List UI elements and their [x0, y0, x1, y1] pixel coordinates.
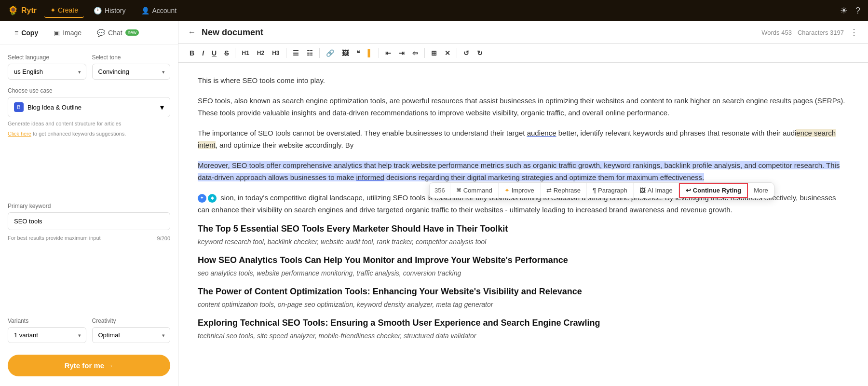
- tab-chat[interactable]: 💬 Chat new: [90, 25, 146, 41]
- language-select[interactable]: us English: [8, 64, 86, 80]
- image-icon: ▣: [54, 29, 60, 37]
- align-left-button[interactable]: ⇤: [382, 47, 394, 59]
- para3-mid: better, identify relevant keywords and p…: [556, 129, 797, 137]
- continue-icon: ↩: [686, 187, 691, 194]
- quote-button[interactable]: ❝: [353, 47, 364, 59]
- italic-1: keyword research tool, backlink checker,…: [198, 238, 849, 246]
- continue-label: Continue Ryting: [693, 187, 741, 194]
- language-label: Select language: [8, 54, 86, 61]
- table-button[interactable]: ⊞: [428, 47, 440, 59]
- para-3: The importance of SEO tools cannot be ov…: [198, 127, 849, 152]
- back-button[interactable]: ←: [188, 28, 196, 37]
- image-insert-button[interactable]: 🖼: [339, 47, 352, 59]
- italic-3: content optimization tools, on-page seo …: [198, 301, 849, 308]
- improve-icon: ✦: [504, 187, 510, 194]
- nav-history[interactable]: 🕐 History: [88, 4, 132, 17]
- chat-label: Chat: [108, 29, 122, 37]
- para-2: SEO tools, also known as search engine o…: [198, 95, 849, 119]
- use-case-select[interactable]: B Blog Idea & Outline ▾: [8, 97, 170, 117]
- keyword-input-hint: For best results provide maximum input: [8, 234, 101, 242]
- copy-icon: ≡: [14, 29, 18, 37]
- para4-end: decisions regarding their digital market…: [384, 173, 704, 181]
- hint-text-3: to get enhanced keywords suggestions.: [33, 131, 126, 137]
- creativity-select[interactable]: Optimal: [92, 327, 171, 343]
- history-icon: 🕐: [94, 7, 102, 14]
- para-1: This is where SEO tools come into play.: [198, 74, 849, 87]
- tab-copy[interactable]: ≡ Copy: [8, 25, 45, 41]
- floating-improve[interactable]: ✦ Improve: [499, 183, 541, 198]
- word-count: Words 453: [761, 29, 792, 36]
- heading-1: The Top 5 Essential SEO Tools Every Mark…: [198, 224, 849, 234]
- h2-button[interactable]: H2: [254, 47, 268, 59]
- variants-value: 1 variant: [14, 331, 38, 339]
- main-layout: ≡ Copy ▣ Image 💬 Chat new Select languag…: [0, 21, 868, 386]
- link-button[interactable]: 🔗: [323, 47, 338, 59]
- nav-create[interactable]: ✦ Create: [44, 3, 84, 18]
- editor-more-button[interactable]: ⋮: [850, 27, 858, 38]
- use-case-value: Blog Idea & Outline: [27, 104, 156, 111]
- undo-button[interactable]: ↺: [460, 47, 473, 59]
- h1-button[interactable]: H1: [238, 47, 252, 59]
- variants-select[interactable]: 1 variant: [8, 327, 86, 343]
- teal-circle-icon: ◆: [208, 194, 217, 203]
- floating-toolbar: 356 ⌘ Command ✦ Improve ⇄ Rephrase ¶ Par…: [429, 182, 774, 198]
- improve-label: Improve: [512, 187, 534, 194]
- bold-button[interactable]: B: [186, 47, 198, 59]
- tone-group: Select tone Convincing: [92, 54, 171, 80]
- hint-link[interactable]: Click here: [8, 131, 31, 137]
- logo-icon: 🌻: [8, 5, 18, 16]
- italic-button[interactable]: I: [199, 47, 207, 59]
- tab-image[interactable]: ▣ Image: [47, 25, 88, 41]
- para5-icons: ✦ ◆: [198, 194, 217, 203]
- ai-image-label: AI Image: [648, 187, 673, 194]
- language-value: us English: [14, 68, 43, 75]
- sidebar: ≡ Copy ▣ Image 💬 Chat new Select languag…: [0, 21, 178, 386]
- unordered-list-button[interactable]: ☰: [289, 47, 302, 59]
- heading-2: How SEO Analytics Tools Can Help You Mon…: [198, 255, 849, 265]
- toolbar-divider-6: [457, 48, 457, 58]
- variants-label: Variants: [8, 317, 86, 324]
- floating-more[interactable]: More: [748, 183, 774, 198]
- ryte-button[interactable]: Ryte for me →: [8, 355, 170, 376]
- keyword-label: Primary keyword: [8, 203, 170, 209]
- highlight-button[interactable]: ▌: [365, 47, 376, 59]
- language-tone-row: Select language us English Select tone C…: [8, 54, 170, 80]
- para3-end: , and optimize their website accordingly…: [216, 141, 354, 149]
- history-label: History: [105, 7, 126, 14]
- logo[interactable]: 🌻 Rytr: [8, 5, 37, 16]
- language-group: Select language us English: [8, 54, 86, 80]
- keyword-counter: 9/200: [157, 235, 170, 242]
- chat-icon: 💬: [97, 29, 105, 37]
- tone-select[interactable]: Convincing: [92, 64, 171, 80]
- clear-format-button[interactable]: ✕: [441, 47, 454, 59]
- strikethrough-button[interactable]: S: [221, 47, 232, 59]
- creativity-value: Optimal: [98, 331, 120, 339]
- floating-ai-image[interactable]: 🖼 AI Image: [634, 183, 679, 198]
- creativity-label: Creativity: [92, 317, 171, 324]
- tone-label: Select tone: [92, 54, 171, 61]
- align-right-button[interactable]: ⇦: [409, 47, 421, 59]
- keyword-input[interactable]: [8, 212, 170, 230]
- h3-button[interactable]: H3: [269, 47, 283, 59]
- ordered-list-button[interactable]: ☷: [303, 47, 316, 59]
- theme-toggle-button[interactable]: ☀: [840, 5, 848, 16]
- nav-account[interactable]: 👤 Account: [136, 4, 183, 17]
- use-case-hint: Generate ideas and content structure for…: [8, 120, 170, 127]
- floating-paragraph[interactable]: ¶ Paragraph: [587, 183, 634, 198]
- document-content[interactable]: This is where SEO tools come into play. …: [178, 63, 868, 386]
- command-icon: ⌘: [456, 187, 461, 193]
- toolbar-divider-4: [379, 48, 379, 58]
- floating-rephrase[interactable]: ⇄ Rephrase: [541, 183, 587, 198]
- heading-4: Exploring Technical SEO Tools: Ensuring …: [198, 318, 849, 328]
- align-center-button[interactable]: ⇥: [395, 47, 408, 59]
- underline-button[interactable]: U: [208, 47, 220, 59]
- copy-label: Copy: [21, 29, 38, 37]
- rephrase-icon: ⇄: [546, 187, 552, 194]
- floating-continue-ryting[interactable]: ↩ Continue Ryting: [679, 183, 748, 198]
- help-button[interactable]: ?: [855, 6, 860, 16]
- toolbar-divider-1: [235, 48, 235, 58]
- floating-command[interactable]: ⌘ Command: [450, 183, 499, 198]
- redo-button[interactable]: ↻: [474, 47, 486, 59]
- para3-underline: audience: [527, 129, 556, 137]
- editor-toolbar: B I U S H1 H2 H3 ☰ ☷ 🔗 🖼 ❝ ▌ ⇤ ⇥ ⇦ ⊞ ✕ ↺…: [178, 44, 868, 63]
